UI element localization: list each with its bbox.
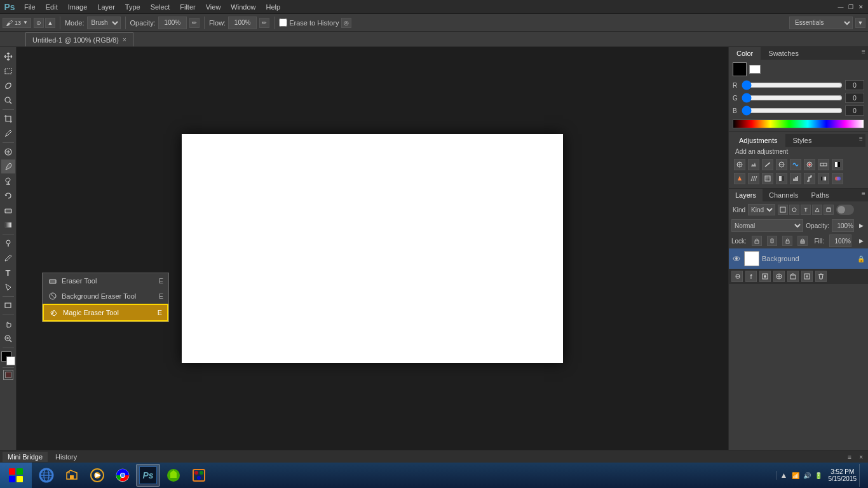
brightness-adj[interactable] (734, 159, 745, 170)
opacity-input[interactable] (158, 17, 187, 29)
fill-arrow[interactable]: ▶ (857, 236, 865, 245)
menu-help[interactable]: Help (261, 2, 285, 12)
styles-tab[interactable]: Styles (785, 134, 820, 147)
opacity-arrow[interactable]: ▶ (857, 221, 865, 230)
bw-adj[interactable] (832, 159, 843, 170)
media-taskbar-btn[interactable] (85, 464, 109, 487)
menu-edit[interactable]: Edit (41, 2, 63, 12)
lock-all-btn[interactable] (782, 236, 792, 246)
colorbalance-adj[interactable] (818, 159, 829, 170)
dodge-tool[interactable] (1, 236, 15, 250)
delete-layer-btn[interactable] (815, 271, 827, 282)
selectivecolor-adj[interactable] (832, 173, 843, 184)
r-slider[interactable] (742, 83, 843, 88)
flyout-eraser-tool[interactable]: Eraser Tool E (43, 273, 168, 288)
tool-preset-picker[interactable]: 🖌 13 ▼ (3, 18, 31, 28)
document-tab[interactable]: Untitled-1 @ 100% (RGB/8) × (25, 32, 133, 46)
color-spectrum[interactable] (733, 119, 864, 128)
paint-taskbar-btn[interactable] (187, 464, 211, 487)
b-input[interactable]: 0 (845, 105, 864, 116)
erase-history-check[interactable] (279, 18, 287, 27)
layers-tab[interactable]: Layers (729, 189, 763, 201)
add-layer-style-btn[interactable]: f (745, 271, 757, 282)
menu-window[interactable]: Window (226, 2, 261, 12)
crop-tool[interactable] (1, 112, 15, 126)
pixel-filter[interactable] (778, 205, 788, 215)
gradientmap-adj[interactable] (818, 173, 829, 184)
move-tool[interactable] (1, 50, 15, 64)
swatches-tab[interactable]: Swatches (761, 47, 806, 60)
adjustments-tab[interactable]: Adjustments (731, 134, 785, 147)
gradient-tool[interactable] (1, 218, 15, 232)
vibrance-adj[interactable] (790, 159, 801, 170)
foreground-color-swatch[interactable] (733, 62, 747, 76)
adj-panel-menu[interactable]: ≡ (857, 134, 865, 143)
marquee-tool[interactable] (1, 64, 15, 78)
app6-taskbar-btn[interactable] (161, 464, 186, 487)
history-tab-panel[interactable]: History (50, 452, 82, 462)
bottom-panel-menu[interactable]: ≡ (845, 452, 854, 462)
menu-file[interactable]: File (19, 2, 41, 12)
spray-btn[interactable]: ◎ (341, 18, 351, 28)
flyout-magic-eraser-tool[interactable]: Magic Eraser Tool E (43, 304, 168, 322)
menu-select[interactable]: Select (146, 2, 175, 12)
brush-toggle[interactable]: ▲ (45, 18, 55, 28)
opacity-pen-btn[interactable]: ✏ (189, 18, 200, 28)
type-tool[interactable]: T (1, 266, 15, 280)
new-layer-btn[interactable] (801, 271, 813, 282)
show-desktop-btn[interactable] (859, 464, 863, 487)
pen-tool[interactable] (1, 251, 15, 265)
posterize-adj[interactable] (790, 173, 801, 184)
paths-tab[interactable]: Paths (805, 189, 836, 201)
flow-input[interactable] (228, 17, 257, 29)
menu-type[interactable]: Type (120, 2, 146, 12)
photofilter-adj[interactable] (734, 173, 745, 184)
menu-view[interactable]: View (201, 2, 226, 12)
foreground-color[interactable] (1, 351, 15, 365)
quick-select-tool[interactable] (1, 93, 15, 107)
menu-layer[interactable]: Layer (92, 2, 120, 12)
channelmixer-adj[interactable] (748, 173, 759, 184)
color-panel-menu[interactable]: ≡ (859, 47, 868, 56)
new-adj-layer-btn[interactable] (773, 271, 785, 282)
explorer-taskbar-btn[interactable] (60, 464, 84, 487)
window-restore[interactable]: ❐ (846, 3, 855, 11)
r-input[interactable]: 0 (845, 80, 864, 90)
levels-adj[interactable] (748, 159, 759, 170)
fill-input[interactable]: 100% (829, 234, 851, 247)
hsl-adj[interactable] (804, 159, 815, 170)
g-slider[interactable] (742, 95, 843, 100)
color-tab[interactable]: Color (729, 47, 761, 60)
exposure-adj[interactable] (776, 159, 787, 170)
heal-tool[interactable] (1, 145, 15, 159)
menu-image[interactable]: Image (63, 2, 93, 12)
zoom-tool[interactable] (1, 332, 15, 346)
threshold-adj[interactable] (804, 173, 815, 184)
blend-mode-select[interactable]: Normal (731, 219, 803, 232)
add-mask-btn[interactable] (759, 271, 771, 282)
eraser-tool[interactable] (1, 203, 15, 217)
brush-tool[interactable] (1, 159, 15, 173)
airbrush-toggle[interactable]: ⊙ (34, 18, 44, 28)
curves-adj[interactable] (762, 159, 773, 170)
adj-filter[interactable] (789, 205, 799, 215)
window-close[interactable]: ✕ (857, 3, 865, 11)
ie-taskbar-btn[interactable] (34, 464, 58, 487)
link-layers-btn[interactable] (731, 271, 743, 282)
bottom-panel-close[interactable]: × (857, 452, 865, 462)
layer-filter-toggle[interactable] (836, 205, 854, 215)
invert-adj[interactable] (776, 173, 787, 184)
hand-tool[interactable] (1, 317, 15, 331)
mini-bridge-tab[interactable]: Mini Bridge (3, 452, 48, 462)
workspace-dropdown-arrow[interactable]: ▼ (855, 18, 865, 28)
layers-opacity-input[interactable]: 100% (832, 219, 854, 232)
layer-row-background[interactable]: Background 🔒 (729, 248, 868, 269)
lock-pixels-btn[interactable] (752, 236, 762, 246)
kind-select[interactable]: Kind (748, 204, 775, 215)
shape-filter[interactable] (812, 205, 822, 215)
b-slider[interactable] (742, 108, 843, 113)
history-brush-tool[interactable] (1, 189, 15, 203)
lock-lock-btn[interactable] (797, 236, 808, 246)
background-color-swatch[interactable] (749, 65, 761, 74)
channels-tab[interactable]: Channels (763, 189, 804, 201)
